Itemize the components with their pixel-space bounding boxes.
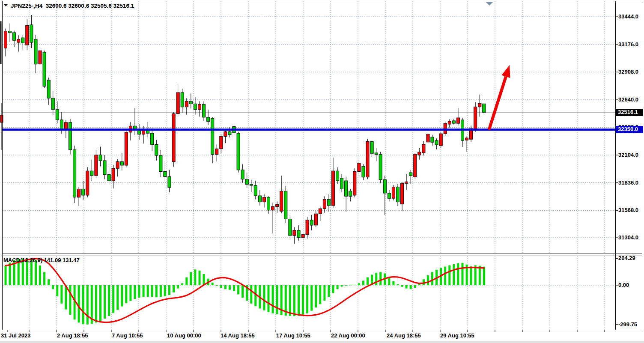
candle bbox=[116, 159, 119, 177]
candle bbox=[4, 29, 7, 57]
candle bbox=[345, 177, 348, 212]
candle bbox=[388, 190, 391, 202]
candle bbox=[181, 89, 184, 113]
candle bbox=[271, 203, 274, 233]
candle bbox=[470, 125, 473, 142]
macd-indicator-label: MACD(12,26,9) 141.09 131.47 bbox=[3, 257, 80, 263]
candle bbox=[241, 164, 244, 183]
candle bbox=[439, 132, 442, 148]
candle bbox=[99, 147, 102, 167]
price-axis-label: 31568.0 bbox=[618, 207, 638, 213]
candle bbox=[289, 215, 292, 240]
candle bbox=[280, 176, 283, 213]
candle bbox=[362, 164, 365, 180]
candle bbox=[107, 167, 110, 185]
price-axis-label: 32104.0 bbox=[618, 152, 638, 158]
candle bbox=[90, 160, 93, 182]
candle bbox=[220, 134, 223, 153]
candle bbox=[168, 170, 171, 192]
candle bbox=[129, 122, 132, 140]
candle bbox=[155, 140, 158, 161]
candle bbox=[349, 189, 352, 201]
candle bbox=[30, 15, 33, 48]
candle bbox=[452, 119, 455, 125]
candle bbox=[34, 35, 37, 73]
candle bbox=[120, 153, 123, 170]
candle bbox=[103, 155, 106, 179]
time-axis-label: 10 Aug 00:00 bbox=[167, 332, 201, 339]
candle bbox=[276, 201, 279, 213]
support-line[interactable] bbox=[3, 128, 615, 131]
candle bbox=[409, 170, 412, 184]
candle bbox=[435, 138, 438, 149]
candle bbox=[125, 129, 128, 167]
price-axis-label: 33176.0 bbox=[618, 41, 638, 48]
support-price-label: 32350.0 bbox=[616, 126, 643, 133]
candle bbox=[483, 104, 486, 113]
candle bbox=[207, 110, 210, 125]
candle bbox=[51, 91, 54, 115]
window-bottom-strip bbox=[0, 341, 644, 343]
candle bbox=[151, 128, 154, 151]
candle bbox=[379, 152, 382, 184]
candle bbox=[336, 167, 339, 184]
candle bbox=[172, 112, 175, 167]
candle bbox=[293, 227, 296, 244]
candle bbox=[138, 124, 141, 140]
macd-axis-label: -299.75 bbox=[618, 321, 637, 328]
candle bbox=[26, 19, 29, 50]
time-axis-label: 22 Aug 00:00 bbox=[331, 332, 365, 339]
candle bbox=[306, 217, 309, 239]
candle bbox=[332, 158, 335, 208]
candle bbox=[301, 233, 304, 246]
candle bbox=[401, 182, 404, 212]
candle bbox=[461, 118, 464, 147]
candle bbox=[383, 176, 386, 215]
candle bbox=[267, 196, 270, 214]
candle bbox=[310, 215, 313, 230]
candle bbox=[159, 150, 162, 177]
candle bbox=[78, 187, 80, 206]
candle bbox=[366, 139, 369, 179]
macd-axis-label: 0.00 bbox=[618, 282, 629, 288]
price-axis-label: 32908.0 bbox=[618, 69, 638, 75]
candle bbox=[426, 132, 429, 154]
axis-ticks bbox=[8, 17, 618, 332]
candle bbox=[13, 30, 16, 47]
price-axis-label: 32640.0 bbox=[618, 96, 638, 103]
candle bbox=[69, 119, 72, 155]
candle bbox=[414, 153, 417, 179]
candle bbox=[39, 46, 42, 69]
candle bbox=[431, 135, 434, 146]
candle bbox=[448, 119, 451, 128]
candle bbox=[297, 225, 300, 241]
candle bbox=[375, 148, 378, 161]
candle bbox=[237, 132, 240, 173]
chart-canvas bbox=[0, 0, 644, 343]
candle bbox=[397, 184, 400, 206]
trend-arrow[interactable] bbox=[489, 65, 510, 130]
time-axis-label: 7 Aug 10:55 bbox=[112, 332, 143, 339]
symbol-dropdown-icon[interactable] bbox=[3, 4, 8, 6]
price-axis-label: 31304.0 bbox=[618, 234, 638, 241]
candle bbox=[418, 148, 421, 160]
candle bbox=[392, 185, 395, 200]
candle bbox=[189, 93, 192, 108]
candle bbox=[478, 95, 481, 117]
candle bbox=[328, 194, 331, 212]
chart-window: JPN225-,H4 32600.6 32600.6 32505.6 32516… bbox=[0, 0, 644, 343]
candle bbox=[21, 35, 24, 50]
candle bbox=[211, 117, 214, 163]
candle bbox=[112, 165, 115, 188]
candle bbox=[56, 101, 59, 124]
candle bbox=[258, 190, 261, 206]
candle bbox=[203, 101, 206, 121]
candle bbox=[465, 137, 468, 152]
candle bbox=[9, 23, 12, 42]
candle bbox=[353, 168, 356, 197]
candle bbox=[314, 211, 317, 227]
chart-shift-marker-icon[interactable] bbox=[486, 2, 493, 6]
time-axis-label: 29 Aug 10:55 bbox=[440, 332, 474, 339]
candle bbox=[198, 101, 201, 117]
candle bbox=[250, 180, 253, 192]
